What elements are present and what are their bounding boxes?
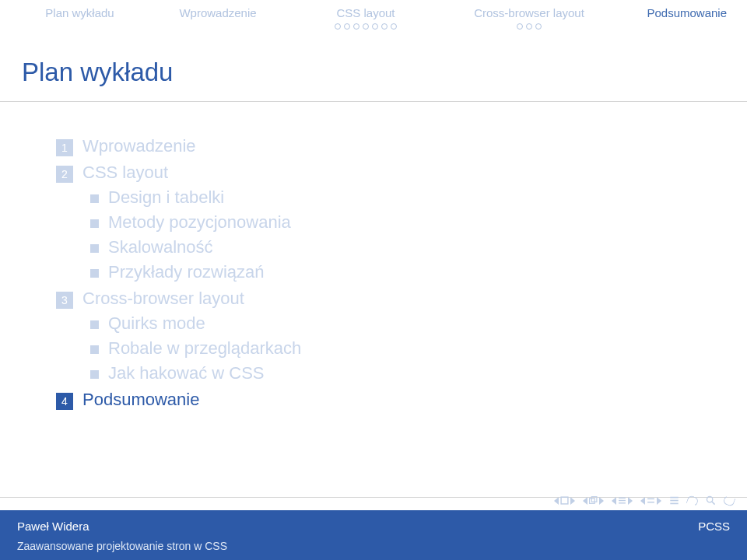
prev-subsection-icon[interactable] [612, 497, 616, 505]
section-number: 2 [56, 166, 73, 183]
footer: Paweł Widera Zaawansowane projektowanie … [0, 510, 747, 560]
outline-subsection[interactable]: Przykłady rozwiązań [90, 262, 697, 282]
progress-dot[interactable] [526, 23, 532, 30]
subsection-label: Robale w przeglądarkach [108, 338, 301, 359]
outline-section[interactable]: 1 Wprowadzenie [56, 136, 697, 156]
progress-dot[interactable] [372, 23, 378, 30]
outline-subsection[interactable]: Skalowalność [90, 237, 697, 257]
progress-dot[interactable] [335, 23, 341, 30]
title-container: Plan wykładu [0, 36, 747, 101]
next-slide-icon[interactable] [570, 497, 575, 505]
subsection-label: Jak hakować w CSS [108, 363, 265, 383]
outline-subsection[interactable]: Jak hakować w CSS [90, 363, 697, 383]
nav-section-group [640, 496, 661, 505]
outline-subsection[interactable]: Design i tabelki [90, 187, 697, 208]
progress-dot[interactable] [363, 23, 369, 30]
outline-list: 1 Wprowadzenie 2 CSS layout Design i tab… [56, 136, 697, 410]
svg-point-11 [707, 496, 712, 502]
slide-nav-icons [554, 495, 735, 506]
page-title: Plan wykładu [22, 58, 725, 87]
outline-section[interactable]: 3 Cross-browser layout [56, 289, 697, 309]
subsection-label: Design i tabelki [108, 187, 224, 208]
section-label: Wprowadzenie [82, 136, 196, 156]
bullet-icon [90, 194, 99, 203]
section-number: 1 [56, 139, 73, 156]
search-icon[interactable] [706, 495, 716, 506]
back-icon[interactable] [686, 494, 699, 506]
subsection-label: Quirks mode [108, 313, 205, 334]
outline-subsection[interactable]: Robale w przeglądarkach [90, 338, 697, 359]
subsection-label: Przykłady rozwiązań [108, 262, 265, 282]
nav-slide-group [554, 496, 575, 505]
nav-label: Wprowadzenie [174, 4, 261, 22]
author-name: Paweł Widera [17, 520, 89, 533]
subsection-label: Skalowalność [108, 237, 213, 257]
slide-frame-icon [560, 496, 569, 505]
forward-icon[interactable] [722, 494, 735, 506]
section-label: Cross-browser layout [82, 289, 244, 309]
prev-section-icon[interactable] [640, 497, 645, 505]
outline-subsection[interactable]: Quirks mode [90, 313, 697, 334]
nav-frame-group [583, 496, 604, 505]
institution: PCSS [698, 520, 730, 533]
progress-dots [517, 23, 542, 30]
bars-icon [618, 496, 626, 505]
outline-subsection[interactable]: Metody pozycjonowania [90, 212, 697, 233]
outline-section[interactable]: 4 Podsumowanie [56, 390, 697, 410]
nav-label: CSS layout [331, 4, 399, 22]
progress-dot[interactable] [535, 23, 542, 30]
nav-label: Plan wykładu [40, 4, 118, 22]
prev-slide-icon[interactable] [554, 497, 559, 505]
section-number: 3 [56, 292, 73, 309]
frame-stack-icon [589, 496, 598, 505]
subsection-label: Metody pozycjonowania [108, 212, 291, 233]
next-frame-icon[interactable] [599, 497, 604, 505]
progress-dot[interactable] [517, 23, 523, 30]
section-label: Podsumowanie [82, 390, 199, 410]
top-nav: Plan wykładu Wprowadzenie CSS layout Cro… [0, 0, 747, 36]
bullet-icon [90, 244, 99, 253]
presentation-subtitle: Zaawansowane projektowanie stron w CSS [17, 540, 227, 552]
next-subsection-icon[interactable] [628, 497, 633, 505]
nav-label: Podsumowanie [642, 4, 731, 22]
outline-section[interactable]: 2 CSS layout [56, 163, 697, 183]
nav-item-cross-browser[interactable]: Cross-browser layout [440, 4, 619, 36]
progress-dot[interactable] [381, 23, 388, 30]
svg-rect-0 [561, 497, 568, 504]
progress-dot[interactable] [391, 23, 397, 30]
next-section-icon[interactable] [657, 497, 661, 505]
nav-item-css-layout[interactable]: CSS layout [292, 4, 440, 36]
bullet-icon [90, 370, 99, 379]
progress-dots [335, 23, 397, 30]
bars-short-icon [647, 496, 655, 505]
section-number: 4 [56, 393, 73, 410]
svg-line-12 [712, 502, 715, 505]
progress-dot[interactable] [353, 23, 359, 30]
progress-dot[interactable] [344, 23, 350, 30]
bullet-icon [90, 269, 99, 278]
nav-label: Cross-browser layout [469, 4, 589, 22]
prev-frame-icon[interactable] [583, 497, 587, 505]
bullet-icon [90, 219, 99, 228]
section-label: CSS layout [82, 163, 168, 183]
nav-item-plan[interactable]: Plan wykładu [16, 4, 144, 36]
outline-body: 1 Wprowadzenie 2 CSS layout Design i tab… [0, 101, 747, 498]
bars-icon[interactable] [669, 495, 679, 506]
nav-item-wprowadzenie[interactable]: Wprowadzenie [144, 4, 292, 36]
nav-subsection-group [612, 496, 633, 505]
nav-item-podsumowanie[interactable]: Podsumowanie [619, 4, 731, 36]
bullet-icon [90, 345, 99, 354]
bullet-icon [90, 320, 99, 329]
